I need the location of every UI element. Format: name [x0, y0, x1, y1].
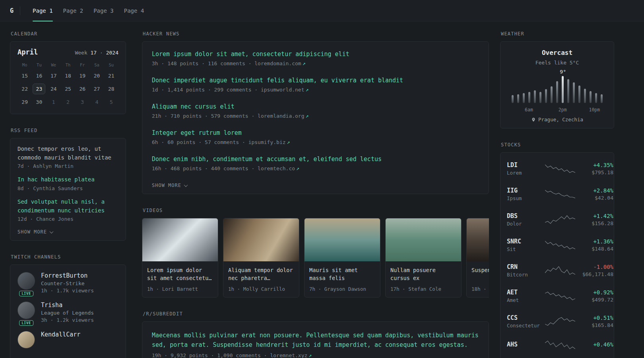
hn-item-meta: 6h · 60 points · 57 comments · ipsumify.… — [152, 139, 479, 145]
twitch-channel[interactable]: LIVE ForrestBurton Counter-Strike 1h · 1… — [17, 272, 118, 294]
rss-item-title[interactable]: Donec tempor eros leo, ut commodo mauris… — [17, 145, 118, 162]
stocks-card: LDILorem +4.35%$795.18 IIGIpsum +2.84%$4… — [500, 152, 614, 358]
channel-name[interactable]: KendallCarr — [41, 331, 80, 338]
channel-game: League of Legends — [41, 310, 94, 316]
calendar-day: 5 — [104, 96, 118, 108]
reddit-domain-link[interactable]: loremnet.xyz — [270, 352, 307, 358]
time-label: 10pm — [589, 107, 600, 113]
stock-row[interactable]: AETAmet +0.92%$499.72 — [507, 283, 607, 309]
video-title[interactable]: Lorem ipsum dolor sit amet consectetu… — [142, 261, 218, 283]
tab-page-1[interactable]: Page 1 — [27, 0, 58, 21]
video-thumbnail[interactable] — [305, 218, 380, 261]
chevron-down-icon — [184, 183, 188, 187]
channel-name[interactable]: Trisha — [41, 302, 94, 309]
video-title[interactable]: Aliquam tempor dolor nec pharetra… — [223, 261, 299, 283]
stock-row[interactable]: SNRCSit +1.36%$148.64 — [507, 232, 607, 258]
stock-row[interactable]: IIGIpsum +2.84%$42.04 — [507, 181, 607, 207]
video-row: Lorem ipsum dolor sit amet consectetu… 1… — [142, 218, 489, 298]
stock-price: $165.84 — [575, 322, 613, 328]
calendar-header: April Week 17 · 2024 — [17, 48, 118, 56]
video-thumbnail[interactable] — [467, 218, 489, 261]
video-title[interactable]: Suspendisse diam — [467, 261, 489, 283]
tab-page-3[interactable]: Page 3 — [88, 0, 119, 21]
weather-section-label: WEATHER — [501, 31, 614, 37]
video-thumbnail[interactable] — [386, 218, 461, 261]
video-card[interactable]: Suspendisse diam 18h · Tara Riley — [466, 218, 489, 298]
rss-show-more-button[interactable]: SHOW MORE — [17, 229, 53, 235]
calendar-week: Week 17 · 2024 — [75, 50, 118, 56]
subreddit-widget: /R/SUBREDDIT Maecenas mollis pulvinar er… — [142, 311, 489, 358]
hn-item-title[interactable]: Aliquam nec cursus elit — [152, 103, 479, 110]
calendar-day: 21 — [104, 70, 118, 82]
hn-item-title[interactable]: Donec enim nibh, condimentum et accumsan… — [152, 156, 479, 163]
stock-symbol: DBS — [507, 212, 545, 220]
stock-row[interactable]: AHS +0.46% — [507, 334, 607, 356]
calendar-day: 26 — [75, 83, 89, 95]
hn-domain-link[interactable]: loremlandia.org — [258, 113, 304, 119]
tab-page-2[interactable]: Page 2 — [58, 0, 89, 21]
video-card[interactable]: Mauris sit amet massa felis 7h · Grayson… — [304, 218, 380, 298]
hn-domain-link[interactable]: loremtech.co — [258, 165, 295, 171]
weather-condition: Overcast — [508, 49, 606, 56]
twitch-channel[interactable]: LIVE Trisha League of Legends 3h · 1.2k … — [17, 302, 118, 323]
hn-domain-link[interactable]: ipsumify.biz — [248, 139, 286, 145]
stock-symbol: IIG — [507, 187, 545, 194]
stock-change: +0.46% — [575, 341, 613, 348]
calendar-day: 20 — [89, 70, 104, 82]
stock-values: +0.51%$165.84 — [575, 315, 613, 328]
reddit-post-title[interactable]: Maecenas mollis pulvinar erat non posuer… — [152, 331, 479, 350]
video-title[interactable]: Mauris sit amet massa felis — [305, 261, 380, 283]
channel-name[interactable]: ForrestBurton — [41, 272, 94, 279]
hn-domain-link[interactable]: loremdomain.com — [254, 60, 301, 66]
left-column: CALENDAR April Week 17 · 2024 Mo Tu We T… — [10, 31, 126, 358]
calendar-day: 19 — [75, 70, 89, 82]
hn-item-title[interactable]: Integer eget rutrum lorem — [152, 129, 479, 136]
stock-row[interactable]: CCSConsectetur +0.51%$165.84 — [507, 309, 607, 334]
hn-item-title[interactable]: Donec imperdiet augue tincidunt felis al… — [152, 77, 479, 84]
rss-item: Sed volutpat nulla nisl, a condimentum n… — [17, 198, 118, 222]
video-card[interactable]: Aliquam tempor dolor nec pharetra… 1h · … — [223, 218, 299, 298]
weather-feels-like: Feels like 5°C — [508, 60, 606, 66]
rss-item-meta: 7d · Ashlyn Martin — [17, 163, 118, 169]
rss-item-title[interactable]: In hac habitasse platea — [17, 175, 118, 184]
dow-mo: Mo — [17, 62, 32, 67]
calendar-day: 27 — [89, 83, 104, 95]
stock-change: +4.35% — [575, 162, 613, 168]
rss-item-title[interactable]: Sed volutpat nulla nisl, a condimentum n… — [17, 198, 118, 215]
dow-th: Th — [61, 62, 75, 67]
location-pin-icon — [531, 117, 536, 122]
video-thumbnail[interactable] — [223, 218, 299, 261]
stock-row[interactable]: CRNBitcorn -1.00%$66,171.48 — [507, 258, 607, 283]
stock-row[interactable]: DBSDolor +1.42%$156.28 — [507, 207, 607, 232]
tab-page-4[interactable]: Page 4 — [119, 0, 149, 21]
stock-name: Sit — [507, 246, 545, 252]
calendar-day: 29 — [17, 96, 32, 108]
calendar-month: April — [17, 48, 38, 56]
calendar-day-selected: 23 — [32, 83, 46, 95]
rss-section-label: RSS FEED — [11, 128, 126, 133]
stock-price: $148.64 — [575, 246, 613, 252]
video-thumbnail[interactable] — [142, 218, 218, 261]
stock-values: +1.42%$156.28 — [575, 213, 613, 226]
hn-show-more-button[interactable]: SHOW MORE — [152, 183, 187, 188]
hn-item-title[interactable]: Lorem ipsum dolor sit amet, consectetur … — [152, 51, 479, 58]
video-card[interactable]: Lorem ipsum dolor sit amet consectetu… 1… — [142, 218, 218, 298]
calendar-day: 17 — [47, 70, 61, 82]
video-title[interactable]: Nullam posuere cursus ex — [386, 261, 461, 283]
channel-viewers: 1h · 1.7k viewers — [41, 288, 94, 294]
hn-domain-link[interactable]: ipsumworld.net — [261, 87, 305, 93]
stock-sparkline — [545, 189, 575, 199]
show-more-label: SHOW MORE — [17, 229, 47, 235]
weather-time-labels: 6am 2pm 10pm — [512, 107, 603, 113]
app-logo[interactable]: G — [10, 7, 14, 14]
stock-price: $499.72 — [575, 297, 613, 303]
video-card[interactable]: Nullam posuere cursus ex 17h · Stefan Co… — [385, 218, 462, 298]
hn-item-meta: 16h · 468 points · 440 comments · loremt… — [152, 165, 479, 171]
video-meta: 17h · Stefan Cole — [386, 283, 461, 297]
video-meta: 7h · Grayson Dawson — [305, 283, 380, 297]
stock-change: +0.92% — [575, 289, 613, 296]
calendar-day: 1 — [47, 96, 61, 108]
stock-row[interactable]: LDILorem +4.35%$795.18 — [507, 156, 607, 181]
stock-symbol: AET — [507, 289, 545, 296]
twitch-channel[interactable]: KendallCarr — [17, 331, 118, 348]
